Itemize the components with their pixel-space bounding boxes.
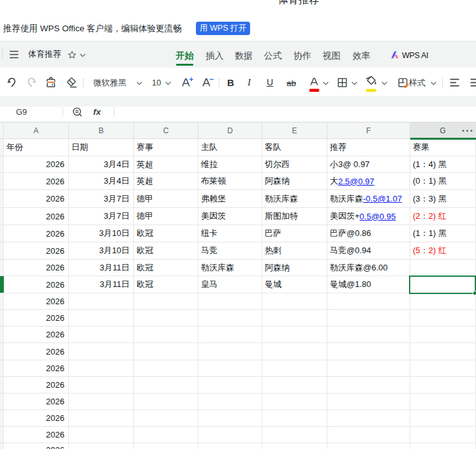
fill-color-button[interactable] [365,75,378,92]
empty-cell[interactable] [410,293,476,309]
align-center-button[interactable] [470,78,476,87]
wps-ai-logo-icon[interactable] [390,51,399,59]
tip-link[interactable]: 2.5@0.97 [338,177,375,186]
hamburger-menu-icon[interactable] [10,50,19,59]
cell-home[interactable]: 美因茨 [198,208,262,224]
column-more-button[interactable] [461,129,473,133]
cell-away[interactable]: 斯图加特 [262,208,327,224]
cell-style-icon[interactable] [398,78,409,88]
cell-tip[interactable]: 大2.5@0.97 [327,173,410,189]
font-color-button[interactable] [309,77,320,92]
redo-button[interactable] [26,77,37,87]
cell-year[interactable]: 2026 [4,427,69,443]
borders-chevron-icon[interactable] [352,82,357,85]
empty-cell[interactable] [327,394,410,409]
title-chevron-icon[interactable] [80,54,86,57]
cell-year[interactable]: 2026 [4,293,69,309]
open-in-wps-button[interactable]: 用 WPS 打开 [196,22,250,35]
view-formula-icon[interactable] [72,107,83,117]
italic-button[interactable]: I [248,78,251,87]
empty-cell[interactable] [198,343,262,360]
cell-result[interactable]: (2：2) 红 [410,208,476,224]
cell-away[interactable]: 曼城 [262,276,327,293]
cell-away[interactable]: 巴萨 [262,225,327,242]
empty-cell[interactable] [327,310,410,326]
cell-tip[interactable]: 巴萨@0.86 [327,225,410,242]
cell-year[interactable]: 2026 [4,260,69,276]
empty-cell[interactable] [410,377,476,393]
cell-away[interactable]: 阿森纳 [262,173,327,189]
cell-away[interactable]: 阿森纳 [262,260,327,276]
cell-style-label[interactable]: 样式 [409,78,426,87]
empty-cell[interactable] [198,443,262,449]
empty-cell[interactable] [134,443,198,449]
column-header-D[interactable]: D [198,122,262,139]
cell-tip[interactable]: 马竞@0.94 [327,242,410,259]
empty-cell[interactable] [327,443,410,449]
cell-home[interactable]: 纽卡 [198,225,262,242]
cell-away[interactable]: 勒沃库森 [262,190,327,207]
empty-cell[interactable] [134,410,198,426]
header-cell[interactable]: 日期 [69,139,134,156]
font-color-chevron-icon[interactable] [323,82,329,85]
fill-handle[interactable] [473,291,476,295]
empty-cell[interactable] [410,394,476,409]
cell-date[interactable]: 3月10日 [69,225,134,242]
empty-cell[interactable] [69,293,134,309]
column-header-A[interactable]: A [4,122,69,139]
empty-cell[interactable] [198,327,262,342]
cell-name-box[interactable]: G9 [16,108,27,117]
cell-result[interactable]: (1：1) 黑 [410,225,476,242]
tab-3[interactable]: 公式 [264,51,282,61]
cell-home[interactable]: 维拉 [198,156,262,172]
empty-cell[interactable] [410,443,476,449]
cell-tip[interactable]: 美因茨+0.5@0.95 [327,208,410,224]
decrease-font-size-button[interactable] [202,77,214,87]
empty-cell[interactable] [410,360,476,376]
document-title[interactable]: 体育推荐 [28,50,61,59]
format-painter-button[interactable] [45,77,57,88]
empty-cell[interactable] [327,293,410,309]
empty-cell[interactable] [198,377,262,393]
column-header-E[interactable]: E [262,122,327,139]
eraser-button[interactable] [65,77,77,88]
empty-cell[interactable] [262,343,327,360]
cell-year[interactable]: 2026 [4,173,69,189]
tab-6[interactable]: 效率 [353,51,371,61]
empty-cell[interactable] [134,343,198,360]
empty-cell[interactable] [69,310,134,326]
fill-color-chevron-icon[interactable] [382,82,387,85]
cell-league[interactable]: 欧冠 [134,276,198,293]
cell-result[interactable] [410,260,476,276]
strikethrough-button[interactable]: ab [286,78,296,88]
cell-league[interactable]: 欧冠 [134,242,198,259]
cell-league[interactable]: 英超 [134,173,198,189]
cell-year[interactable]: 2026 [4,225,69,242]
empty-cell[interactable] [134,310,198,326]
font-size-chevron-icon[interactable] [165,82,171,85]
empty-cell[interactable] [327,410,410,426]
empty-cell[interactable] [262,427,327,443]
cell-year[interactable]: 2026 [4,410,69,426]
cell-year[interactable]: 2026 [4,276,69,293]
empty-cell[interactable] [410,327,476,342]
empty-cell[interactable] [134,327,198,342]
empty-cell[interactable] [134,427,198,443]
empty-cell[interactable] [327,343,410,360]
font-size-select[interactable]: 10 [152,78,161,87]
bold-button[interactable]: B [227,78,234,87]
header-cell[interactable]: 年份 [4,139,69,156]
cell-date[interactable]: 3月4日 [69,156,134,172]
cell-date[interactable]: 3月4日 [69,173,134,189]
empty-cell[interactable] [410,343,476,360]
cell-year[interactable]: 2026 [4,327,69,342]
cell-year[interactable]: 2026 [4,443,69,449]
empty-cell[interactable] [69,427,134,443]
tab-4[interactable]: 协作 [294,51,311,61]
empty-cell[interactable] [410,310,476,326]
cell-home[interactable]: 勒沃库森 [198,260,262,276]
cell-league[interactable]: 英超 [134,156,198,172]
empty-cell[interactable] [198,410,262,426]
cell-year[interactable]: 2026 [4,208,69,224]
empty-cell[interactable] [262,443,327,449]
